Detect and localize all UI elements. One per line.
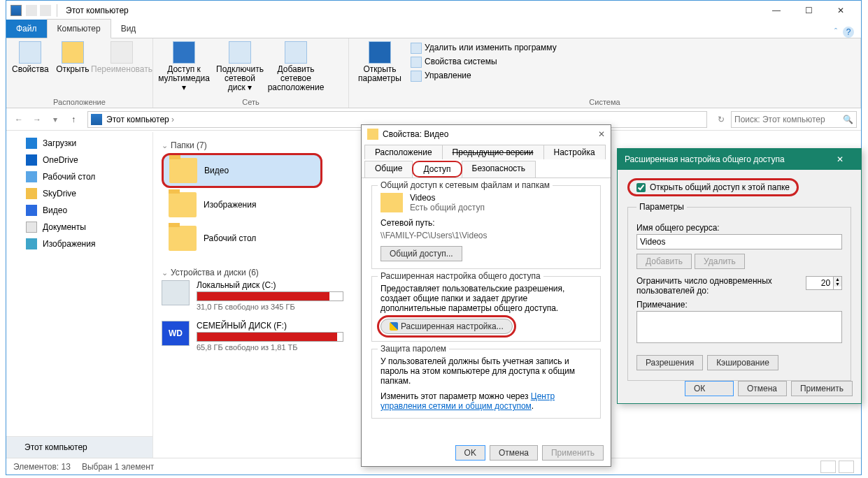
properties-dialog: Свойства: Видео ✕ Расположение Предыдущи… — [361, 124, 611, 467]
qat-slot-2[interactable] — [40, 5, 51, 16]
tab-view[interactable]: Вид — [111, 20, 146, 38]
open-settings-button[interactable]: Открыть параметры — [355, 41, 405, 83]
share-checkbox-input[interactable] — [636, 183, 646, 192]
tab-computer[interactable]: Компьютер — [47, 19, 111, 38]
sharename-label: Имя общего ресурса: — [636, 223, 842, 233]
status-selected: Выбран 1 элемент — [82, 462, 154, 472]
minimize-button[interactable]: — — [760, 1, 792, 20]
close-icon[interactable]: ✕ — [598, 129, 605, 139]
nav-video[interactable]: Видео — [6, 202, 152, 219]
advanced-sharing-group: Расширенная настройка общего доступа Пре… — [371, 276, 601, 342]
nav-thispc[interactable]: Этот компьютер — [6, 436, 152, 458]
share-checkbox[interactable]: Открыть общий доступ к этой папке — [627, 178, 799, 196]
folder-desktop[interactable]: Рабочий стол — [162, 222, 322, 255]
capacity-bar — [197, 332, 343, 342]
close-icon[interactable]: ✕ — [826, 154, 854, 164]
sharename-input[interactable] — [636, 234, 842, 249]
window-title: Этот компьютер — [66, 6, 129, 15]
remove-button: Удалить — [695, 254, 745, 269]
ok-button[interactable]: ОК — [685, 381, 734, 396]
dialog-titlebar[interactable]: Расширенная настройка общего доступа ✕ — [618, 149, 861, 170]
permissions-button[interactable]: Разрешения — [636, 355, 703, 370]
open-button[interactable]: Открыть — [55, 41, 91, 74]
apply-button[interactable]: Применить — [791, 381, 853, 396]
note-label: Примечание: — [636, 300, 842, 310]
nav-documents[interactable]: Документы — [6, 219, 152, 236]
breadcrumb[interactable]: Этот компьютер — [106, 115, 174, 124]
close-button[interactable]: ✕ — [825, 1, 857, 20]
help-icon[interactable]: ? — [843, 27, 854, 38]
thispc-icon — [91, 114, 102, 125]
map-drive-icon — [229, 41, 251, 64]
drive-c[interactable]: Локальный диск (C:) 31,0 ГБ свободно из … — [162, 280, 343, 311]
drive-f[interactable]: WD СЕМЕЙНЫЙ ДИСК (F:) 65,8 ГБ свободно и… — [162, 321, 343, 352]
ribbon-collapse-icon[interactable]: ˆ — [834, 27, 837, 37]
back-button[interactable]: ← — [10, 111, 27, 128]
tab-access[interactable]: Доступ — [412, 161, 462, 178]
add-button: Добавить — [636, 254, 692, 269]
note-textarea[interactable] — [636, 311, 842, 343]
ok-button[interactable]: OK — [455, 445, 485, 461]
password-protect-group: Защита паролем У пользователей должны бы… — [371, 349, 601, 419]
refresh-button[interactable]: ↻ — [713, 111, 730, 128]
spin-up-icon[interactable]: ▲ — [834, 277, 841, 282]
spin-down-icon[interactable]: ▼ — [834, 282, 841, 287]
limit-spinner[interactable]: ▲▼ — [806, 276, 842, 290]
shield-icon — [390, 322, 398, 331]
nav-desktop[interactable]: Рабочий стол — [6, 168, 152, 185]
recent-button[interactable]: ▾ — [47, 111, 64, 128]
cancel-button[interactable]: Отмена — [490, 445, 538, 461]
netpath-label: Сетевой путь: — [380, 218, 592, 228]
tab-security[interactable]: Безопасность — [462, 161, 536, 178]
shared-state: Есть общий доступ — [410, 203, 485, 212]
nav-images[interactable]: Изображения — [6, 236, 152, 252]
qat-slot-1[interactable] — [26, 5, 37, 16]
search-box[interactable]: 🔍 — [731, 111, 857, 128]
map-drive-button[interactable]: Подключить сетевой диск ▾ — [215, 41, 265, 93]
nav-downloads[interactable]: Загрузки — [6, 135, 152, 152]
capacity-bar — [197, 291, 343, 301]
maximize-button[interactable]: ☐ — [792, 1, 825, 20]
uninstall-button[interactable]: Удалить или изменить программу — [411, 41, 557, 55]
drive-icon — [162, 280, 190, 305]
tab-location[interactable]: Расположение — [364, 145, 443, 159]
limit-label: Ограничить число одновременных пользоват… — [636, 276, 799, 296]
network-sharing-group: Общий доступ к сетевым файлам и папкам V… — [371, 185, 601, 269]
folder-images[interactable]: Изображения — [162, 188, 322, 222]
params-legend: Параметры — [636, 202, 687, 212]
dialog-titlebar[interactable]: Свойства: Видео ✕ — [362, 125, 611, 143]
view-details-button[interactable] — [820, 461, 836, 473]
tab-config[interactable]: Настройка — [543, 145, 606, 159]
nav-skydrive[interactable]: SkyDrive — [6, 185, 152, 202]
system-props-button[interactable]: Свойства системы — [411, 55, 557, 69]
folder-icon — [169, 226, 197, 251]
shared-name: Videos — [410, 193, 485, 203]
separator — [57, 4, 57, 17]
search-input[interactable] — [734, 115, 843, 124]
tab-file[interactable]: Файл — [6, 20, 47, 38]
advanced-sharing-button[interactable]: Расширенная настройка... — [380, 319, 513, 334]
view-icons-button[interactable] — [839, 461, 854, 473]
add-network-button[interactable]: Добавить сетевое расположение — [271, 41, 321, 93]
pw-desc: У пользователей должны быть учетная запи… — [380, 356, 592, 386]
tab-previous-versions[interactable]: Предыдущие версии — [442, 145, 544, 159]
media-access-button[interactable]: Доступ к мультимедиа ▾ — [159, 41, 209, 93]
limit-input[interactable] — [806, 277, 833, 289]
nav-pane: Загрузки OneDrive Рабочий стол SkyDrive … — [6, 132, 153, 458]
apply-button: Применить — [542, 445, 604, 461]
network-location-icon — [285, 41, 307, 64]
uninstall-icon — [411, 43, 422, 54]
up-button[interactable]: ↑ — [65, 111, 82, 128]
cancel-button[interactable]: Отмена — [738, 381, 787, 396]
properties-button[interactable]: Свойства — [12, 41, 49, 74]
ribbon: Свойства Открыть Переименовать Расположе… — [6, 38, 861, 108]
folder-video[interactable]: Видео — [162, 153, 322, 188]
forward-button[interactable]: → — [29, 111, 45, 128]
tab-general[interactable]: Общие — [364, 161, 413, 178]
advanced-desc: Предоставляет пользовательские разрешени… — [380, 284, 592, 313]
share-button[interactable]: Общий доступ... — [380, 246, 462, 261]
caching-button[interactable]: Кэширование — [707, 355, 778, 370]
manage-button[interactable]: Управление — [411, 69, 557, 83]
nav-onedrive[interactable]: OneDrive — [6, 152, 152, 168]
media-icon — [173, 41, 195, 64]
